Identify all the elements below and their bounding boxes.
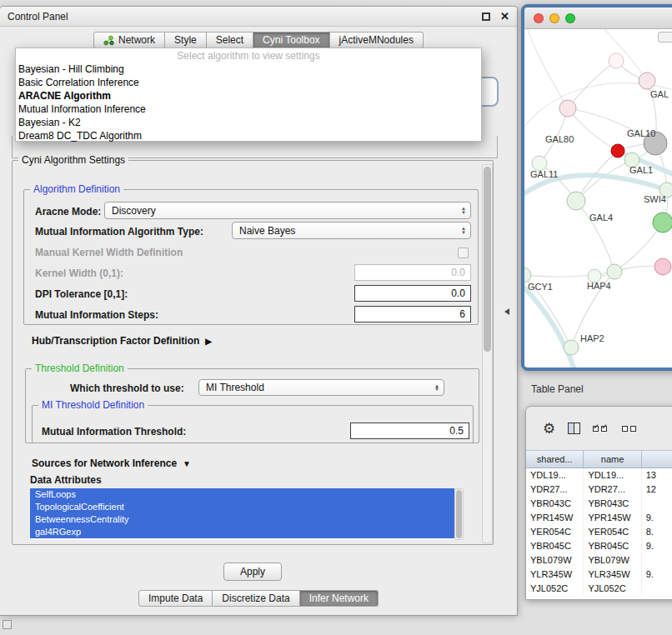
table-row[interactable]: YDL19...YDL19...13 <box>526 468 672 482</box>
table-cell: YDR27... <box>526 482 584 497</box>
attribute-list-item[interactable]: gal4RGexp <box>30 526 454 538</box>
dropdown-item[interactable]: ARACNE Algorithm <box>16 89 481 102</box>
kernel-width-input[interactable]: 0.0 <box>354 264 471 281</box>
tab-label: Impute Data <box>148 592 203 604</box>
node-label: GAL4 <box>589 212 613 222</box>
tab-cyni-toolbox[interactable]: Cyni Toolbox <box>253 32 329 48</box>
mi-threshold-label: Mutual Information Threshold: <box>42 426 186 438</box>
table-cell: YJL052C <box>526 582 584 596</box>
network-node[interactable] <box>609 53 624 68</box>
expand-right-arrow-icon: ▶ <box>205 337 212 346</box>
aracne-mode-label: Aracne Mode: <box>35 206 101 218</box>
manual-kernel-width-checkbox[interactable] <box>458 248 469 258</box>
deselect-all-icon[interactable] <box>622 426 639 432</box>
algorithm-dropdown: Select algorithm to view settings Bayesi… <box>15 48 482 142</box>
mi-algorithm-type-select[interactable]: Naive Bayes ▲▼ <box>232 222 471 239</box>
gear-icon[interactable]: ⚙ <box>543 422 555 436</box>
table-row[interactable]: YBR043CYBR043C <box>526 497 672 511</box>
node-label: HAP2 <box>580 333 604 343</box>
tab-jactivemnodules[interactable]: jActiveMNodules <box>330 32 424 48</box>
column-header[interactable]: shared... <box>526 451 584 468</box>
dpi-tolerance-input[interactable]: 0.0 <box>354 285 471 302</box>
attribute-list-item[interactable]: TopologicalCoefficient <box>30 501 454 513</box>
tab-style[interactable]: Style <box>165 32 207 48</box>
table-cell: YPR145W <box>526 511 584 525</box>
network-node[interactable] <box>611 144 624 158</box>
table-panel-title: Table Panel <box>531 383 584 395</box>
mi-threshold-input[interactable]: 0.5 <box>350 422 469 439</box>
dropdown-item[interactable]: Bayesian - Hill Climbing <box>16 62 481 76</box>
bottom-tab-impute-data[interactable]: Impute Data <box>138 590 213 607</box>
table-row[interactable]: YPR145WYPR145W9. <box>526 511 672 525</box>
window-grippy[interactable] <box>3 620 12 629</box>
tab-label: Select <box>216 34 243 46</box>
network-node[interactable] <box>564 340 579 355</box>
settings-scrollbar[interactable] <box>482 164 493 543</box>
node-label: HAP4 <box>587 281 611 291</box>
close-button[interactable] <box>534 13 544 23</box>
float-window-icon[interactable] <box>482 12 490 21</box>
table-row[interactable]: YER054CYER054C8. <box>526 525 672 539</box>
attributes-list-scrollbar[interactable] <box>454 488 464 540</box>
table-row[interactable]: YJL052CYJL052C <box>526 582 672 596</box>
tab-label: Network <box>118 34 155 46</box>
table-row[interactable]: YBL079WYBL079W <box>526 553 672 568</box>
dropdown-item[interactable]: Dream8 DC_TDC Algorithm <box>16 129 481 142</box>
group-title: Cyni Algorithm Settings <box>18 154 128 166</box>
column-header[interactable]: name <box>584 451 641 468</box>
table-cell: 9. <box>642 568 672 582</box>
table-row[interactable]: YDR27...YDR27...12 <box>526 482 672 497</box>
desktop: Control Panel ✕ NetworkStyleSelectCyni T… <box>0 0 672 635</box>
aracne-mode-select[interactable]: Discovery ▲▼ <box>104 202 471 219</box>
network-node[interactable] <box>639 72 655 89</box>
network-node[interactable] <box>654 258 671 275</box>
which-threshold-select[interactable]: MI Threshold ▲▼ <box>198 379 444 396</box>
tab-label: Cyni Toolbox <box>263 34 319 46</box>
network-canvas-svg[interactable]: GALGAL80GAL10GAL11GAL1SWI4GAL4GCY1HAP4HA… <box>524 29 672 368</box>
minimize-button[interactable] <box>549 13 559 23</box>
control-panel-titlebar[interactable]: Control Panel ✕ <box>0 7 517 27</box>
which-threshold-value: MI Threshold <box>206 382 264 393</box>
select-all-icon[interactable] <box>593 426 609 432</box>
network-node[interactable] <box>559 100 576 117</box>
table-toolbar: ⚙ <box>526 407 672 450</box>
tab-label: Infer Network <box>309 592 369 604</box>
table-cell: YDR27... <box>584 482 641 497</box>
table-cell: YPR145W <box>584 511 641 525</box>
column-header[interactable] <box>642 451 672 468</box>
splitter-collapse-arrow[interactable] <box>504 308 509 315</box>
network-window-titlebar[interactable] <box>524 8 672 29</box>
group-title: Algorithm Definition <box>30 183 123 195</box>
attribute-list-item[interactable]: SelfLoops <box>30 488 454 501</box>
aracne-mode-value: Discovery <box>112 205 156 217</box>
network-node[interactable] <box>607 264 622 279</box>
columns-icon[interactable] <box>568 422 580 434</box>
network-canvas[interactable]: GALGAL80GAL10GAL11GAL1SWI4GAL4GCY1HAP4HA… <box>524 29 672 367</box>
network-node[interactable] <box>653 212 672 232</box>
scrollbar-thumb[interactable] <box>484 167 491 352</box>
network-node[interactable] <box>567 192 585 210</box>
network-node[interactable] <box>524 268 531 282</box>
tab-select[interactable]: Select <box>207 32 253 48</box>
scrollbar-thumb[interactable] <box>456 490 462 538</box>
bottom-tab-infer-network[interactable]: Infer Network <box>300 590 379 607</box>
sources-section-toggle[interactable]: Sources for Network Inference ▼ <box>32 458 191 469</box>
node-label: GAL <box>650 89 669 99</box>
zoom-button[interactable] <box>565 13 575 23</box>
attribute-list-item[interactable]: BetweennessCentrality <box>30 513 454 526</box>
hub-definition-toggle[interactable]: Hub/Transcription Factor Definition ▶ <box>32 335 212 347</box>
table-row[interactable]: YBR045CYBR045C9. <box>526 539 672 553</box>
dropdown-item[interactable]: Bayesian - K2 <box>16 116 481 129</box>
bottom-tab-discretize-data[interactable]: Discretize Data <box>213 590 299 607</box>
apply-button[interactable]: Apply <box>223 562 282 581</box>
group-title: Threshold Definition <box>32 362 128 374</box>
dropdown-item[interactable]: Basic Correlation Inference <box>16 76 481 89</box>
dropdown-item[interactable]: Mutual Information Inference <box>16 102 481 116</box>
tab-network[interactable]: Network <box>93 32 165 48</box>
close-icon[interactable]: ✕ <box>500 10 509 22</box>
kernel-width-label: Kernel Width (0,1): <box>35 268 123 279</box>
table-cell: YDL19... <box>584 468 641 482</box>
tab-label: Style <box>174 34 197 46</box>
mi-steps-input[interactable]: 6 <box>354 306 471 322</box>
table-row[interactable]: YLR345WYLR345W9. <box>526 568 672 582</box>
